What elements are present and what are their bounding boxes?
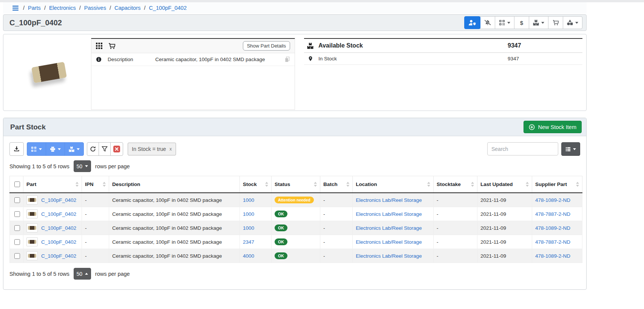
row-checkbox[interactable] xyxy=(14,211,20,217)
supplier-part-link[interactable]: 478-1089-2-ND xyxy=(535,225,570,231)
sort-icon xyxy=(103,182,106,187)
col-location[interactable]: Location xyxy=(353,176,434,193)
purchase-button[interactable] xyxy=(548,16,563,29)
table-row: C_100pF_0402 - Ceramic capacitor, 100pF … xyxy=(10,193,582,207)
part-link[interactable]: C_100pF_0402 xyxy=(41,225,76,231)
print-button[interactable] xyxy=(46,142,65,156)
stock-link[interactable]: 2347 xyxy=(243,239,254,245)
search-input[interactable] xyxy=(487,142,558,155)
stock-link[interactable]: 1000 xyxy=(243,197,254,203)
col-supplier-part[interactable]: Supplier Part xyxy=(532,176,582,193)
capacitor-thumb-image xyxy=(28,240,36,244)
cell-location: Electronics Lab/Reel Storage xyxy=(353,249,434,263)
status-badge: OK xyxy=(275,238,287,246)
sidebar-toggle-button[interactable] xyxy=(12,5,19,11)
pricing-button[interactable]: $ xyxy=(514,16,529,29)
supplier-part-link[interactable]: 478-1089-2-ND xyxy=(535,253,570,259)
page-size-dropdown[interactable]: 50 xyxy=(74,268,91,280)
breadcrumb-link[interactable]: Capacitors xyxy=(114,5,141,11)
subscribe-button[interactable] xyxy=(464,16,480,29)
barcode-table-button[interactable] xyxy=(27,142,46,156)
row-checkbox[interactable] xyxy=(14,197,20,203)
stock-link[interactable]: 1000 xyxy=(243,225,254,231)
location-link[interactable]: Electronics Lab/Reel Storage xyxy=(356,225,422,231)
supplier-part-link[interactable]: 478-7887-2-ND xyxy=(535,239,570,245)
chevron-down-icon xyxy=(39,148,42,150)
col-ipn[interactable]: IPN xyxy=(82,176,109,193)
download-button[interactable] xyxy=(9,142,24,156)
cart-icon[interactable] xyxy=(108,43,115,49)
show-part-details-button[interactable]: Show Part Details xyxy=(243,41,290,51)
location-link[interactable]: Electronics Lab/Reel Storage xyxy=(356,239,422,245)
chevron-down-icon xyxy=(85,165,88,167)
cell-description: Ceramic capacitor, 100pF in 0402 SMD pac… xyxy=(109,235,240,249)
cell-ipn: - xyxy=(82,207,109,221)
stock-link[interactable]: 1000 xyxy=(243,211,254,217)
dollar-icon: $ xyxy=(520,20,523,26)
chevron-down-icon xyxy=(575,22,578,24)
stock-options-button[interactable] xyxy=(65,142,84,156)
page-size-dropdown[interactable]: 50 xyxy=(74,160,91,172)
location-link[interactable]: Electronics Lab/Reel Storage xyxy=(356,253,422,259)
filter-chip-close-button[interactable]: x xyxy=(170,146,172,152)
clear-filters-button[interactable] xyxy=(110,142,123,156)
cell-part: C_100pF_0402 xyxy=(23,235,82,249)
cell-status: OK xyxy=(272,207,320,221)
chevron-down-icon xyxy=(573,148,576,150)
part-link[interactable]: C_100pF_0402 xyxy=(41,239,76,245)
cart-icon xyxy=(553,20,559,26)
user-shield-icon xyxy=(468,20,476,26)
part-thumbnail xyxy=(26,251,38,260)
filter-chip-text: In Stock = true xyxy=(132,146,166,152)
location-link[interactable]: Electronics Lab/Reel Storage xyxy=(356,211,422,217)
grid-icon[interactable] xyxy=(96,43,102,49)
chevron-down-icon xyxy=(58,148,61,150)
copy-button[interactable] xyxy=(284,57,290,62)
part-link[interactable]: C_100pF_0402 xyxy=(41,197,76,203)
breadcrumb: /Parts/Electronics/Passives/Capacitors/C… xyxy=(3,2,587,14)
map-marker-icon xyxy=(308,56,313,61)
part-actions-button[interactable] xyxy=(563,16,582,29)
sort-icon xyxy=(314,182,317,187)
part-link[interactable]: C_100pF_0402 xyxy=(41,211,76,217)
col-stocktake[interactable]: Stocktake xyxy=(434,176,477,193)
description-value: Ceramic capacitor, 100pF in 0402 SMD pac… xyxy=(155,57,265,62)
table-row: C_100pF_0402 - Ceramic capacitor, 100pF … xyxy=(10,221,582,235)
breadcrumb-link[interactable]: Parts xyxy=(28,5,41,11)
part-link[interactable]: C_100pF_0402 xyxy=(41,253,76,259)
location-link[interactable]: Electronics Lab/Reel Storage xyxy=(356,197,422,203)
columns-icon xyxy=(565,146,571,152)
breadcrumb-link[interactable]: C_100pF_0402 xyxy=(149,5,187,11)
col-last-updated[interactable]: Last Updated xyxy=(477,176,532,193)
row-checkbox[interactable] xyxy=(14,239,20,245)
col-part[interactable]: Part xyxy=(23,176,82,193)
columns-button[interactable] xyxy=(561,142,580,156)
supplier-part-link[interactable]: 478-7887-2-ND xyxy=(535,211,570,217)
stock-link[interactable]: 4000 xyxy=(243,253,254,259)
select-all-checkbox[interactable] xyxy=(14,181,20,187)
cell-location: Electronics Lab/Reel Storage xyxy=(353,193,434,207)
breadcrumb-link[interactable]: Electronics xyxy=(49,5,76,11)
refresh-button[interactable] xyxy=(87,142,99,156)
barcode-actions-button[interactable] xyxy=(495,16,514,29)
plus-circle-icon xyxy=(529,124,535,130)
row-checkbox[interactable] xyxy=(14,253,20,259)
cell-description: Ceramic capacitor, 100pF in 0402 SMD pac… xyxy=(109,193,240,207)
col-stock[interactable]: Stock xyxy=(240,176,272,193)
cell-stocktake: - xyxy=(434,221,477,235)
col-batch[interactable]: Batch xyxy=(320,176,353,193)
cell-description: Ceramic capacitor, 100pF in 0402 SMD pac… xyxy=(109,249,240,263)
row-checkbox[interactable] xyxy=(14,225,20,231)
cell-ipn: - xyxy=(82,249,109,263)
chevron-down-icon xyxy=(77,148,80,150)
breadcrumb-link[interactable]: Passives xyxy=(84,5,106,11)
cell-status: OK xyxy=(272,235,320,249)
col-status[interactable]: Status xyxy=(272,176,320,193)
col-description[interactable]: Description xyxy=(109,176,240,193)
new-stock-item-button[interactable]: New Stock Item xyxy=(524,121,582,133)
notifications-off-button[interactable] xyxy=(480,16,495,29)
filter-button[interactable] xyxy=(99,142,111,156)
supplier-part-link[interactable]: 478-1089-2-ND xyxy=(535,197,570,203)
part-image[interactable] xyxy=(7,37,91,108)
stock-actions-button[interactable] xyxy=(529,16,548,29)
